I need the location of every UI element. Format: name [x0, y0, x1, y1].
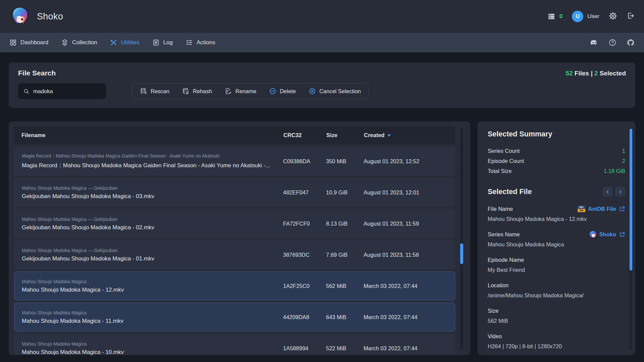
app-header: Shoko 0 U User — [0, 0, 644, 33]
search-input[interactable] — [33, 88, 101, 95]
file-series-group: Mahou Shoujo Madoka Magica — Gekijouban — [22, 217, 283, 222]
file-name: Gekijouban Mahou Shoujo Madoka Magica - … — [22, 255, 283, 262]
column-crc32[interactable]: CRC32 — [283, 132, 326, 138]
file-crc32: FA72FCF0 — [283, 221, 326, 227]
anidb-icon: aniDB — [578, 205, 585, 212]
file-row[interactable]: Mahou Shoujo Madoka Magica — Gekijouban … — [14, 178, 455, 207]
collection-icon — [61, 39, 68, 46]
help-icon — [608, 39, 616, 47]
column-created[interactable]: Created — [364, 132, 448, 138]
shoko-icon — [590, 231, 596, 238]
file-row[interactable]: Mahou Shoujo Madoka Magica — Gekijouban … — [14, 240, 455, 269]
search-box[interactable] — [18, 83, 106, 99]
file-row[interactable]: Mahou Shoujo Madoka Magica Mahou Shoujo … — [14, 303, 455, 331]
shoko-logo[interactable] — [9, 6, 30, 27]
logout-button[interactable] — [627, 12, 635, 21]
file-crc32: 387693DC — [283, 252, 326, 258]
nav-item-actions[interactable]: Actions — [185, 39, 215, 46]
file-created: August 01 2023, 12:01 — [364, 189, 447, 196]
file-crc32: 44209DA8 — [283, 314, 326, 320]
file-created: August 01 2023, 11:59 — [364, 221, 447, 227]
toolbar-button-rescan[interactable]: Rescan — [140, 87, 169, 95]
file-table-panel: Filename CRC32 Size Created Magia Record… — [9, 121, 470, 355]
file-size: 8.13 GiB — [326, 221, 364, 227]
dashboard-icon — [9, 39, 17, 46]
external-link[interactable]: Shoko — [590, 231, 625, 238]
actions-icon — [185, 39, 193, 46]
sidebar-scrollbar-thumb[interactable] — [630, 129, 632, 270]
file-name: Mahou Shoujo Madoka Magica - 10.mkv — [22, 349, 283, 355]
user-name: User — [587, 13, 599, 20]
nav-item-log[interactable]: Log — [152, 39, 173, 46]
file-size: 10.9 GiB — [326, 189, 364, 196]
file-series-group: Mahou Shoujo Madoka Magica — Gekijouban — [22, 248, 283, 253]
nav-item-collection[interactable]: Collection — [61, 39, 97, 46]
selected-file-title: Selected File — [488, 188, 532, 196]
external-link-icon — [619, 231, 625, 237]
selection-status: 52 Files | 2 Selected — [566, 70, 626, 77]
gear-icon — [609, 12, 617, 20]
rescan-icon — [140, 87, 147, 95]
nav-link-discord-icon[interactable] — [590, 39, 598, 47]
file-row[interactable]: Mahou Shoujo Madoka Magica Mahou Shoujo … — [14, 272, 455, 300]
log-icon — [152, 39, 160, 46]
column-filename[interactable]: Filename — [21, 132, 283, 138]
queue-status[interactable]: 0 — [547, 12, 562, 20]
toolbar-button-rename[interactable]: Rename — [225, 87, 256, 95]
file-size: 562 MiB — [326, 283, 364, 289]
external-link[interactable]: aniDB AniDB File — [578, 205, 625, 212]
avatar: U — [572, 11, 583, 22]
nav-link-help-icon[interactable] — [608, 39, 616, 47]
file-created: August 01 2023, 11:58 — [364, 252, 447, 258]
file-created: March 03 2022, 07:44 — [364, 314, 447, 320]
rename-icon — [225, 87, 232, 95]
toolbar-button-cancel-selection[interactable]: Cancel Selection — [309, 87, 361, 95]
file-crc32: 1A588994 — [283, 345, 326, 352]
file-row[interactable]: Mahou Shoujo Madoka Magica Mahou Shoujo … — [14, 334, 455, 355]
table-scrollbar-thumb[interactable] — [460, 243, 463, 264]
file-field-episode-name: Episode Name My Best Friend — [488, 256, 625, 273]
settings-button[interactable] — [609, 12, 617, 21]
file-field-size: Size 562 MiB — [488, 307, 625, 324]
user-menu[interactable]: U User — [572, 11, 599, 22]
prev-file-button[interactable] — [602, 187, 612, 197]
table-scrollbar[interactable] — [460, 128, 463, 350]
summary-title: Selected Summary — [488, 130, 625, 138]
app-title: Shoko — [37, 11, 63, 22]
external-link-icon — [619, 206, 625, 212]
file-series-group: Magia Record：Mahou Shoujo Madoka Magica … — [22, 153, 283, 159]
queue-count: 0 — [559, 13, 562, 20]
file-row[interactable]: Mahou Shoujo Madoka Magica — Gekijouban … — [14, 209, 455, 238]
file-list: Magia Record：Mahou Shoujo Madoka Magica … — [14, 147, 455, 355]
table-header: Filename CRC32 Size Created — [14, 126, 455, 144]
file-name: Mahou Shoujo Madoka Magica - 12.mkv — [22, 287, 283, 293]
nav-item-dashboard[interactable]: Dashboard — [9, 39, 48, 46]
file-field-video: Video H264 | 720p | 8-bit | 1280x720 — [488, 332, 625, 350]
file-field-series-name: Series Name Shoko Mahou Shoujo Madoka Ma… — [488, 230, 625, 248]
sidebar-scrollbar[interactable] — [630, 129, 632, 350]
file-created: March 03 2022, 07:44 — [364, 345, 447, 352]
utilities-icon — [110, 39, 117, 46]
file-crc32: 482EF047 — [283, 189, 326, 196]
summary-item-series-count: Series Count 1 — [488, 146, 625, 156]
summary-list: Series Count 1 Episode Count 2 Total Siz… — [488, 146, 625, 176]
file-series-group: Mahou Shoujo Madoka Magica — [22, 341, 283, 347]
file-series-group: Mahou Shoujo Madoka Magica — [22, 279, 283, 284]
search-icon — [23, 88, 30, 95]
github-icon — [627, 39, 635, 47]
file-series-group: Mahou Shoujo Madoka Magica — [22, 310, 283, 315]
rehash-icon — [182, 87, 190, 95]
toolbar-button-delete[interactable]: Delete — [269, 87, 296, 95]
column-size[interactable]: Size — [326, 132, 364, 138]
file-crc32: C09386DA — [283, 158, 326, 165]
sort-desc-icon — [387, 134, 391, 138]
nav-item-utilities[interactable]: Utilities — [110, 39, 140, 46]
file-size: 522 MiB — [326, 345, 364, 352]
nav-link-github-icon[interactable] — [627, 39, 635, 47]
next-file-button[interactable] — [615, 187, 625, 197]
file-size: 350 MiB — [326, 158, 364, 165]
file-crc32: 1A2F25C0 — [283, 283, 326, 289]
delete-icon — [269, 87, 276, 95]
file-row[interactable]: Magia Record：Mahou Shoujo Madoka Magica … — [14, 147, 455, 176]
toolbar-button-rehash[interactable]: Rehash — [182, 87, 212, 95]
